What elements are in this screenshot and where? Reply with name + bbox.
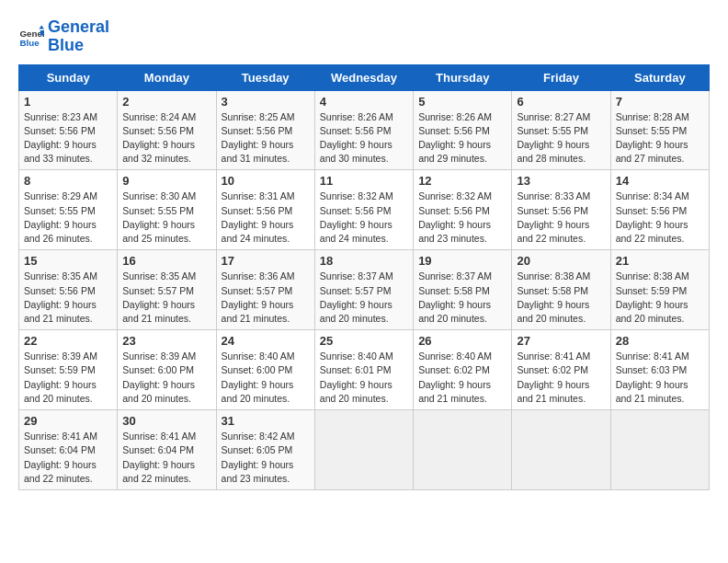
calendar-cell: 24 Sunrise: 8:40 AM Sunset: 6:00 PM Dayl… [216,330,314,410]
logo-blue: Blue [48,36,84,54]
calendar-week-5: 29 Sunrise: 8:41 AM Sunset: 6:04 PM Dayl… [19,410,710,490]
calendar-week-1: 1 Sunrise: 8:23 AM Sunset: 5:56 PM Dayli… [19,90,710,170]
calendar-cell: 7 Sunrise: 8:28 AM Sunset: 5:55 PM Dayli… [610,90,709,170]
day-number: 16 [122,254,210,268]
day-detail: Sunrise: 8:38 AM Sunset: 5:59 PM Dayligh… [616,270,704,326]
day-number: 14 [616,174,704,188]
calendar-cell: 23 Sunrise: 8:39 AM Sunset: 6:00 PM Dayl… [118,330,216,410]
calendar-cell: 27 Sunrise: 8:41 AM Sunset: 6:02 PM Dayl… [512,330,610,410]
day-detail: Sunrise: 8:41 AM Sunset: 6:04 PM Dayligh… [122,430,210,486]
calendar-cell: 4 Sunrise: 8:26 AM Sunset: 5:56 PM Dayli… [314,90,413,170]
day-number: 11 [320,174,408,188]
day-number: 2 [122,95,210,109]
day-detail: Sunrise: 8:29 AM Sunset: 5:55 PM Dayligh… [24,190,112,246]
calendar-cell: 31 Sunrise: 8:42 AM Sunset: 6:05 PM Dayl… [216,410,314,490]
day-number: 27 [517,334,605,348]
calendar-week-2: 8 Sunrise: 8:29 AM Sunset: 5:55 PM Dayli… [19,170,710,250]
day-number: 22 [24,334,112,348]
calendar-cell: 19 Sunrise: 8:37 AM Sunset: 5:58 PM Dayl… [414,250,512,330]
calendar-cell [414,410,512,490]
day-detail: Sunrise: 8:41 AM Sunset: 6:03 PM Dayligh… [616,350,704,406]
day-detail: Sunrise: 8:34 AM Sunset: 5:56 PM Dayligh… [616,190,704,246]
day-detail: Sunrise: 8:33 AM Sunset: 5:56 PM Dayligh… [517,190,605,246]
day-detail: Sunrise: 8:24 AM Sunset: 5:56 PM Dayligh… [122,110,210,167]
calendar-header-row: SundayMondayTuesdayWednesdayThursdayFrid… [19,64,710,90]
calendar-cell: 8 Sunrise: 8:29 AM Sunset: 5:55 PM Dayli… [19,170,118,250]
calendar-cell [314,410,413,490]
day-detail: Sunrise: 8:31 AM Sunset: 5:56 PM Dayligh… [222,190,310,246]
day-number: 31 [222,414,310,428]
calendar-cell: 20 Sunrise: 8:38 AM Sunset: 5:58 PM Dayl… [512,250,610,330]
svg-text:Blue: Blue [19,38,40,48]
day-detail: Sunrise: 8:37 AM Sunset: 5:57 PM Dayligh… [320,270,408,326]
day-detail: Sunrise: 8:41 AM Sunset: 6:04 PM Dayligh… [24,430,112,486]
logo: General Blue General Blue [18,18,109,55]
day-number: 26 [418,334,506,348]
header-day-monday: Monday [118,64,216,90]
calendar-cell: 9 Sunrise: 8:30 AM Sunset: 5:55 PM Dayli… [118,170,216,250]
day-number: 17 [222,254,310,268]
calendar-cell: 30 Sunrise: 8:41 AM Sunset: 6:04 PM Dayl… [118,410,216,490]
day-detail: Sunrise: 8:40 AM Sunset: 6:02 PM Dayligh… [418,350,506,406]
day-number: 13 [517,174,605,188]
header-day-friday: Friday [512,64,610,90]
day-number: 24 [222,334,310,348]
day-detail: Sunrise: 8:36 AM Sunset: 5:57 PM Dayligh… [222,270,310,326]
calendar-cell: 26 Sunrise: 8:40 AM Sunset: 6:02 PM Dayl… [414,330,512,410]
day-detail: Sunrise: 8:40 AM Sunset: 6:00 PM Dayligh… [222,350,310,406]
calendar-week-4: 22 Sunrise: 8:39 AM Sunset: 5:59 PM Dayl… [19,330,710,410]
day-detail: Sunrise: 8:25 AM Sunset: 5:56 PM Dayligh… [222,110,310,167]
calendar-cell [610,410,709,490]
header-day-wednesday: Wednesday [314,64,413,90]
day-detail: Sunrise: 8:23 AM Sunset: 5:56 PM Dayligh… [24,110,112,167]
day-number: 6 [517,95,605,109]
calendar-cell: 1 Sunrise: 8:23 AM Sunset: 5:56 PM Dayli… [19,90,118,170]
calendar-cell: 10 Sunrise: 8:31 AM Sunset: 5:56 PM Dayl… [216,170,314,250]
day-detail: Sunrise: 8:32 AM Sunset: 5:56 PM Dayligh… [320,190,408,246]
header-day-thursday: Thursday [414,64,512,90]
day-number: 1 [24,95,112,109]
calendar-cell: 3 Sunrise: 8:25 AM Sunset: 5:56 PM Dayli… [216,90,314,170]
calendar-cell: 14 Sunrise: 8:34 AM Sunset: 5:56 PM Dayl… [610,170,709,250]
day-detail: Sunrise: 8:30 AM Sunset: 5:55 PM Dayligh… [122,190,210,246]
day-number: 4 [320,95,408,109]
day-detail: Sunrise: 8:37 AM Sunset: 5:58 PM Dayligh… [418,270,506,326]
calendar-cell: 15 Sunrise: 8:35 AM Sunset: 5:56 PM Dayl… [19,250,118,330]
calendar-cell: 13 Sunrise: 8:33 AM Sunset: 5:56 PM Dayl… [512,170,610,250]
day-detail: Sunrise: 8:40 AM Sunset: 6:01 PM Dayligh… [320,350,408,406]
calendar-cell: 6 Sunrise: 8:27 AM Sunset: 5:55 PM Dayli… [512,90,610,170]
day-detail: Sunrise: 8:41 AM Sunset: 6:02 PM Dayligh… [517,350,605,406]
calendar-cell: 22 Sunrise: 8:39 AM Sunset: 5:59 PM Dayl… [19,330,118,410]
day-number: 19 [418,254,506,268]
calendar-cell: 25 Sunrise: 8:40 AM Sunset: 6:01 PM Dayl… [314,330,413,410]
day-number: 9 [122,174,210,188]
logo-general: General [48,17,109,36]
calendar-cell: 17 Sunrise: 8:36 AM Sunset: 5:57 PM Dayl… [216,250,314,330]
day-detail: Sunrise: 8:42 AM Sunset: 6:05 PM Dayligh… [222,430,310,486]
calendar-cell: 2 Sunrise: 8:24 AM Sunset: 5:56 PM Dayli… [118,90,216,170]
calendar-cell [512,410,610,490]
day-number: 21 [616,254,704,268]
calendar-cell: 28 Sunrise: 8:41 AM Sunset: 6:03 PM Dayl… [610,330,709,410]
calendar-cell: 5 Sunrise: 8:26 AM Sunset: 5:56 PM Dayli… [414,90,512,170]
calendar-cell: 29 Sunrise: 8:41 AM Sunset: 6:04 PM Dayl… [19,410,118,490]
day-detail: Sunrise: 8:28 AM Sunset: 5:55 PM Dayligh… [616,110,704,167]
day-number: 15 [24,254,112,268]
day-number: 25 [320,334,408,348]
calendar-cell: 11 Sunrise: 8:32 AM Sunset: 5:56 PM Dayl… [314,170,413,250]
day-number: 23 [122,334,210,348]
day-number: 10 [222,174,310,188]
svg-marker-2 [39,25,44,29]
day-number: 18 [320,254,408,268]
day-number: 30 [122,414,210,428]
day-number: 8 [24,174,112,188]
page-header: General Blue General Blue [18,18,710,55]
day-number: 28 [616,334,704,348]
calendar-week-3: 15 Sunrise: 8:35 AM Sunset: 5:56 PM Dayl… [19,250,710,330]
calendar-cell: 12 Sunrise: 8:32 AM Sunset: 5:56 PM Dayl… [414,170,512,250]
logo-icon: General Blue [18,24,44,50]
day-detail: Sunrise: 8:32 AM Sunset: 5:56 PM Dayligh… [418,190,506,246]
day-number: 3 [222,95,310,109]
day-detail: Sunrise: 8:26 AM Sunset: 5:56 PM Dayligh… [418,110,506,167]
header-day-sunday: Sunday [19,64,118,90]
